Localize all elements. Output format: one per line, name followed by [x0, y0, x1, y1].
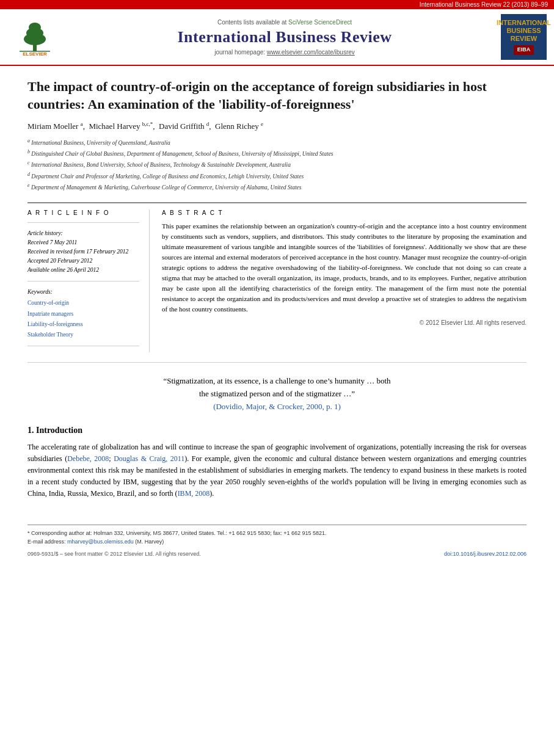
sciverse-prefix: Contents lists available at	[217, 19, 288, 26]
divider-info	[27, 222, 139, 223]
section-title-text: Introduction	[36, 426, 82, 435]
affil-e: e Department of Management & Marketing, …	[27, 182, 527, 192]
keywords-label: Keywords:	[27, 289, 139, 295]
ref-ibm[interactable]: IBM, 2008	[178, 489, 210, 498]
history-label: Article history:	[27, 229, 139, 238]
received-2: Received in revised form 17 February 201…	[27, 247, 139, 256]
sciverse-line: Contents lists available at SciVerse Sci…	[68, 19, 501, 26]
affil-e-text: Department of Management & Marketing, Cu…	[31, 184, 302, 191]
ibr-line2: BUSINESS	[497, 27, 551, 35]
corresponding-note: * Corresponding author at: Holman 332, U…	[27, 530, 326, 536]
keyword-4[interactable]: Stakeholder Theory	[27, 329, 139, 340]
article-history: Article history: Received 7 May 2011 Rec…	[27, 229, 139, 275]
email-label: E-mail address:	[27, 539, 66, 545]
ibr-logo-box: INTERNATIONAL BUSINESS REVIEW EIBA	[501, 14, 547, 60]
affil-c-text: International Business, Bond University,…	[31, 162, 291, 168]
affil-b: b Distinguished Chair of Global Business…	[27, 148, 527, 158]
journal-top-bar: International Business Review 22 (2013) …	[0, 0, 554, 9]
footer-license: 0969-5931/$ – see front matter © 2012 El…	[27, 551, 201, 557]
affil-d-text: Department Chair and Professor of Market…	[31, 173, 304, 180]
affil-c: c International Business, Bond Universit…	[27, 159, 527, 169]
affil-d: d Department Chair and Professor of Mark…	[27, 171, 527, 181]
quote-citation-link[interactable]: (Dovidio, Major, & Crocker, 2000, p. 1)	[213, 402, 341, 411]
quote-citation: (Dovidio, Major, & Crocker, 2000, p. 1)	[64, 401, 490, 413]
elsevier-logo: ELSEVIER	[7, 16, 68, 58]
ibr-title: INTERNATIONAL BUSINESS REVIEW	[497, 19, 551, 43]
keyword-link-3[interactable]: Liability-of-foreignness	[27, 321, 83, 327]
homepage-url[interactable]: www.elsevier.com/locate/ibusrev	[267, 49, 355, 56]
journal-title: International Business Review	[68, 28, 501, 46]
keyword-2[interactable]: Inpatriate managers	[27, 308, 139, 319]
authors-line: Miriam Moeller a, Michael Harvey b,c,*, …	[27, 120, 527, 131]
copyright-line: © 2012 Elsevier Ltd. All rights reserved…	[162, 319, 527, 326]
article-info-col: A R T I C L E I N F O Article history: R…	[27, 209, 150, 353]
author-1: Miriam Moeller a,	[27, 122, 87, 131]
affil-a-text: International Business, University of Qu…	[31, 140, 170, 146]
author-3: David Griffith d,	[159, 122, 213, 131]
email-link[interactable]: mharvey@bus.olemiss.edu	[67, 539, 134, 545]
homepage-label: journal homepage:	[214, 49, 267, 56]
keyword-link-1[interactable]: Country-of-origin	[27, 300, 69, 306]
quote-text-2: the stigmatized person and of the stigma…	[64, 388, 490, 401]
ref-douglas-craig[interactable]: Douglas & Craig, 2011	[114, 454, 184, 463]
section-number: 1.	[27, 426, 34, 435]
main-content: The impact of country-of-origin on the a…	[0, 66, 554, 512]
divider-keywords	[27, 281, 139, 282]
abstract-col: A B S T R A C T This paper examines the …	[162, 209, 527, 353]
abstract-heading: A B S T R A C T	[162, 209, 527, 216]
article-meta-section: A R T I C L E I N F O Article history: R…	[27, 209, 527, 353]
footer-doi: doi:10.1016/j.ibusrev.2012.02.006	[444, 551, 527, 557]
ibr-line1: INTERNATIONAL	[497, 19, 551, 27]
email-name: (M. Harvey)	[135, 539, 164, 545]
intro-paragraph: The accelerating rate of globalization h…	[27, 442, 527, 500]
divider-bottom-left	[27, 346, 139, 346]
article-info-heading: A R T I C L E I N F O	[27, 209, 139, 216]
footer-corresponding: * Corresponding author at: Holman 332, U…	[27, 529, 527, 547]
affiliations: a International Business, University of …	[27, 137, 527, 192]
author-2: Michael Harvey b,c,*,	[89, 122, 156, 131]
keyword-1[interactable]: Country-of-origin	[27, 297, 139, 308]
keyword-link-2[interactable]: Inpatriate managers	[27, 311, 73, 317]
intro-section: 1. Introduction The accelerating rate of…	[27, 426, 527, 500]
keyword-3[interactable]: Liability-of-foreignness	[27, 319, 139, 329]
affil-b-text: Distinguished Chair of Global Business, …	[31, 151, 333, 157]
received-1: Received 7 May 2011	[27, 238, 139, 247]
doi-link[interactable]: doi:10.1016/j.ibusrev.2012.02.006	[444, 551, 527, 557]
footer-bottom: 0969-5931/$ – see front matter © 2012 El…	[27, 551, 527, 557]
author-4: Glenn Richey e	[215, 122, 263, 131]
footer-area: * Corresponding author at: Holman 332, U…	[27, 525, 527, 547]
article-title: The impact of country-of-origin on the a…	[27, 78, 527, 113]
divider-main	[27, 202, 527, 203]
available-date: Available online 26 April 2012	[27, 266, 139, 275]
affil-a: a International Business, University of …	[27, 137, 527, 147]
quote-block: “Stigmatization, at its essence, is a ch…	[64, 375, 490, 413]
journal-header: ELSEVIER Contents lists available at Sci…	[0, 9, 554, 66]
abstract-text: This paper examines the relationship bet…	[162, 221, 527, 314]
divider-after-abstract	[27, 362, 527, 363]
journal-header-center: Contents lists available at SciVerse Sci…	[68, 19, 501, 56]
ibr-line3: REVIEW	[497, 35, 551, 43]
accepted-date: Accepted 20 February 2012	[27, 256, 139, 266]
journal-homepage: journal homepage: www.elsevier.com/locat…	[68, 49, 501, 56]
keyword-link-4[interactable]: Stakeholder Theory	[27, 332, 73, 338]
eiba-badge: EIBA	[514, 45, 534, 55]
svg-text:ELSEVIER: ELSEVIER	[23, 51, 47, 56]
quote-text-1: “Stigmatization, at its essence, is a ch…	[64, 375, 490, 388]
svg-point-3	[29, 23, 41, 32]
sciverse-link[interactable]: SciVerse ScienceDirect	[288, 19, 352, 26]
intro-title: 1. Introduction	[27, 426, 527, 435]
keywords-section: Keywords: Country-of-origin Inpatriate m…	[27, 289, 139, 340]
ref-debebe[interactable]: Debebe, 2008	[67, 454, 109, 463]
